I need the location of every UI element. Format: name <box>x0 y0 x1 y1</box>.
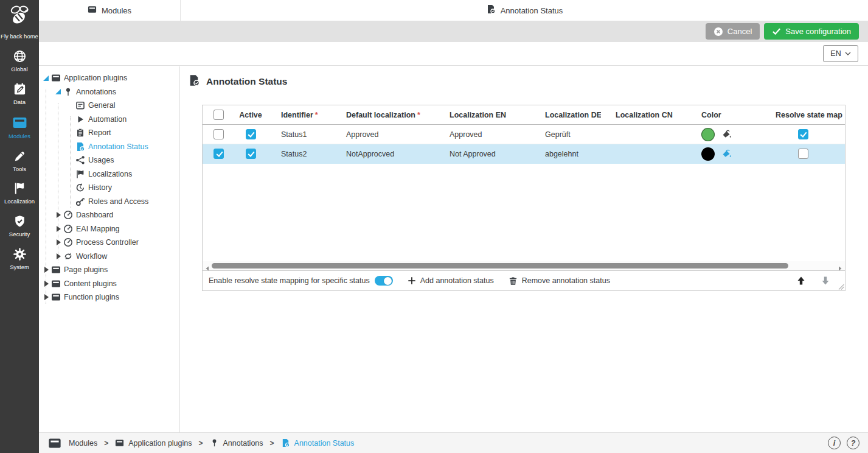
expand-toggle-icon[interactable] <box>54 239 62 246</box>
column-header-active: Active <box>235 111 266 119</box>
tree-item-automation[interactable]: Automation <box>39 113 179 127</box>
top-header-left-title: Modules <box>102 6 131 15</box>
annotation-status-doc-icon <box>486 4 496 16</box>
identifier-cell: Status1 <box>266 130 332 139</box>
select-all-checkbox[interactable] <box>214 110 224 120</box>
cancel-button[interactable]: Cancel <box>706 23 760 40</box>
security-shield-icon <box>13 214 27 231</box>
resolve-state-map-checkbox[interactable] <box>798 149 808 159</box>
remove-annotation-status-button[interactable]: Remove annotation status <box>509 276 610 286</box>
color-picker-bucket-icon[interactable] <box>721 129 732 139</box>
identifier-cell: Status2 <box>266 150 332 158</box>
resolve-state-mapping-toggle[interactable] <box>375 276 393 286</box>
breadcrumb-item-application-plugins[interactable]: Application plugins <box>115 438 192 448</box>
rail-item-modules[interactable]: Modules <box>1 115 38 140</box>
expand-toggle-icon[interactable] <box>54 225 62 233</box>
rail-item-global[interactable]: Global <box>1 49 38 73</box>
move-down-button[interactable] <box>821 276 830 286</box>
app-window: Fly back home Global Data Modules Tools … <box>0 0 868 453</box>
save-configuration-button[interactable]: Save configuration <box>764 23 859 40</box>
info-icon[interactable]: i <box>828 437 841 449</box>
pin-icon <box>210 438 219 448</box>
row-select-checkbox[interactable] <box>214 149 224 159</box>
modules-drawer-icon <box>88 5 97 16</box>
collapse-toggle-icon[interactable] <box>54 88 62 96</box>
table-row[interactable]: Status2 NotApprocved Not Approved abgele… <box>203 144 845 164</box>
tree-item-history[interactable]: History <box>39 181 179 195</box>
help-icon[interactable]: ? <box>847 437 859 449</box>
rail-item-localization[interactable]: Localization <box>1 181 38 205</box>
form-icon <box>75 100 85 110</box>
expand-toggle-icon[interactable] <box>42 293 50 301</box>
active-checkbox[interactable] <box>246 149 256 159</box>
resize-handle[interactable] <box>838 283 844 290</box>
trash-icon <box>509 276 518 286</box>
rail-item-security[interactable]: Security <box>1 214 38 238</box>
default-localization-cell: NotApprocved <box>332 150 435 158</box>
add-annotation-status-button[interactable]: Add annotation status <box>408 276 494 285</box>
history-icon <box>75 183 85 192</box>
gauge-icon <box>63 224 73 234</box>
color-picker-bucket-icon[interactable] <box>721 149 732 159</box>
tree-item-content-plugins[interactable]: Content plugins <box>39 277 179 291</box>
active-checkbox[interactable] <box>246 129 256 139</box>
tree-item-function-plugins[interactable]: Function plugins <box>39 290 179 304</box>
rail-item-data[interactable]: Data <box>1 82 38 106</box>
tree-item-dashboard[interactable]: Dashboard <box>39 208 179 222</box>
move-up-button[interactable] <box>796 276 806 286</box>
tree-item-annotations[interactable]: Annotations <box>39 85 179 99</box>
top-header-annotation-status: Annotation Status <box>181 0 868 21</box>
tree-item-localizations[interactable]: Localizations <box>39 167 179 181</box>
data-calendar-icon <box>13 82 27 99</box>
scrollbar-thumb[interactable] <box>212 263 788 269</box>
breadcrumb-item-annotations[interactable]: Annotations <box>210 438 263 448</box>
tree-item-general[interactable]: General <box>39 99 179 113</box>
tools-pencil-icon <box>13 149 27 166</box>
table-row[interactable]: Status1 Approved Approved Geprüft <box>203 125 845 144</box>
table-footer: Enable resolve state mapping for specifi… <box>203 270 845 290</box>
localization-de-cell: Geprüft <box>530 130 601 139</box>
fly-back-home-button[interactable]: Fly back home <box>1 4 38 40</box>
main-content: Annotation Status Active Identifier* Def… <box>181 66 868 432</box>
column-header-localization-en: Localization EN <box>435 111 530 119</box>
tree-item-roles-and-access[interactable]: Roles and Access <box>39 195 179 209</box>
expand-toggle-icon[interactable] <box>42 280 50 287</box>
flag-icon <box>75 169 85 179</box>
row-select-checkbox[interactable] <box>214 129 224 139</box>
tree-item-usages[interactable]: Usages <box>39 153 179 167</box>
rail-item-tools[interactable]: Tools <box>1 149 38 173</box>
tree-item-annotation-status[interactable]: Annotation Status <box>39 140 179 154</box>
tree-item-application-plugins[interactable]: Application plugins <box>39 71 179 85</box>
scroll-right-arrow-icon[interactable] <box>837 263 843 269</box>
tree-item-page-plugins[interactable]: Page plugins <box>39 263 179 277</box>
bee-logo <box>7 4 32 30</box>
modules-drawer-icon <box>12 115 27 133</box>
column-header-color: Color <box>687 111 761 119</box>
module-tree: Application plugins Annotations General … <box>39 66 180 432</box>
collapse-toggle-icon[interactable] <box>42 74 50 82</box>
scroll-left-arrow-icon[interactable] <box>204 263 210 269</box>
plus-icon <box>408 276 416 285</box>
sub-header: EN <box>39 42 868 66</box>
play-icon <box>75 114 85 124</box>
language-selector[interactable]: EN <box>823 45 858 62</box>
resolve-state-map-checkbox[interactable] <box>798 129 808 139</box>
tree-item-eai-mapping[interactable]: EAI Mapping <box>39 222 179 236</box>
breadcrumb-item-annotation-status[interactable]: Annotation Status <box>281 438 355 448</box>
cancel-circle-x-icon <box>713 27 723 37</box>
breadcrumb-separator: > <box>199 439 203 448</box>
expand-toggle-icon[interactable] <box>54 253 62 260</box>
expand-toggle-icon[interactable] <box>54 211 62 219</box>
expand-toggle-icon[interactable] <box>42 266 50 273</box>
rail-item-system[interactable]: System <box>1 247 38 271</box>
tree-item-process-controller[interactable]: Process Controller <box>39 236 179 250</box>
tree-item-report[interactable]: Report <box>39 126 179 140</box>
tree-item-workflow[interactable]: Workflow <box>39 250 179 264</box>
resolve-state-mapping-toggle-group: Enable resolve state mapping for specifi… <box>209 276 393 286</box>
breadcrumb-item-modules[interactable]: Modules <box>69 439 97 448</box>
plugin-box-icon <box>51 73 61 83</box>
rail-logo-label: Fly back home <box>1 33 38 40</box>
usages-icon <box>75 155 85 165</box>
horizontal-scrollbar[interactable] <box>203 261 845 270</box>
report-icon <box>75 128 85 138</box>
